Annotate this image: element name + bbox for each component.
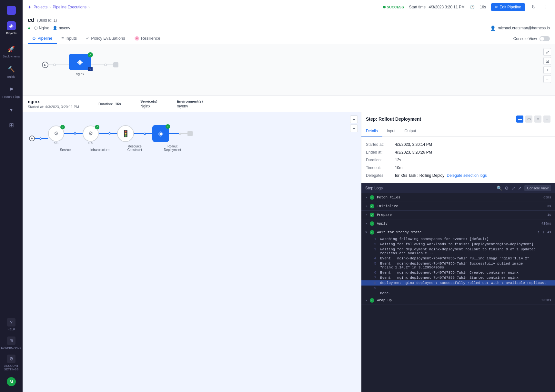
resilience-tab-icon: 🌸	[134, 36, 139, 41]
log-name-wrap-up: Wrap Up	[377, 298, 392, 302]
log-duration-prepare: 1s	[547, 213, 551, 217]
myenv-tag-label: myenv	[59, 26, 70, 30]
sidebar-item-deployments[interactable]: 🚀 Deployments	[0, 41, 23, 62]
log-group-header-wait-steady[interactable]: ∨ ✓ Wait for Steady State ↑ ↓ 4s	[361, 228, 555, 236]
log-line-3: 3 Waiting for deployment nginx-deploymen…	[361, 247, 555, 256]
step-canvas: ▶ ⚙ ✓ ↻↻	[23, 112, 361, 392]
log-text-3: Waiting for deployment nginx-deployment …	[380, 247, 551, 255]
log-line-6: 6 Event : nginx-deployment-7b497d7855-7w…	[361, 270, 555, 275]
build-id: (Build Id: 1)	[37, 18, 57, 23]
execution-status-badge: SUCCESS	[383, 5, 404, 9]
step-zoom-out-button[interactable]: −	[350, 125, 358, 132]
step-details: Started at: 4/3/2023, 3:20:14 PM Ended a…	[361, 137, 555, 183]
step-tab-details[interactable]: Details	[361, 126, 382, 136]
log-group-left-apply: › ✓ Apply	[365, 221, 388, 226]
delegates-link[interactable]: Delegate selection logs	[447, 173, 487, 178]
expand-log-button[interactable]: ⤢	[511, 186, 515, 191]
settings-log-button[interactable]: ⚙	[505, 186, 509, 191]
tab-resilience[interactable]: 🌸 Resilience	[130, 33, 165, 44]
logs-header: Step Logs 🔍 ⚙ ⤢ ↗ Console View	[361, 183, 555, 193]
view-mode-btn-1[interactable]: ▬	[516, 116, 523, 123]
step-node-service: ⚙ ✓ ↻↻ Service	[48, 126, 83, 152]
sidebar-item-builds[interactable]: 🔨 Builds	[0, 62, 23, 82]
detail-row-timeout: Timeout: 10m	[366, 164, 550, 172]
view-mode-btn-2[interactable]: ▭	[525, 116, 532, 123]
feature-flags-icon: ⚑	[7, 85, 16, 94]
sidebar-item-user-avatar[interactable]: M	[0, 374, 23, 389]
console-view-log-button[interactable]: Console View	[524, 185, 551, 191]
log-group-initialize: › ✓ Initialize 3s	[361, 202, 555, 211]
success-apply: ✓	[370, 221, 374, 226]
breadcrumb-pipeline-executions[interactable]: Pipeline Executions	[53, 5, 86, 9]
user-avatar: M	[7, 377, 16, 386]
fullscreen-button[interactable]: ⤢	[543, 48, 551, 56]
logs-content: › ✓ Fetch Files 65ms ›	[361, 193, 555, 392]
step-box-resource-constraint[interactable]: 🚦	[117, 125, 134, 142]
scroll-up-btn[interactable]: ↑	[538, 230, 540, 235]
sidebar-item-more[interactable]: ▾	[0, 102, 23, 117]
chevron-initialize: ›	[365, 205, 367, 208]
log-group-header-wrap-up[interactable]: › ✓ Wrap Up 385ms	[361, 296, 555, 305]
success-wait-steady: ✓	[370, 230, 374, 235]
breadcrumb-projects[interactable]: Projects	[34, 5, 47, 9]
close-panel-button[interactable]: −	[543, 116, 550, 123]
stage-nginx[interactable]: ◈ ✓ ↻ nginx	[69, 54, 91, 76]
tab-inputs[interactable]: ≡ Inputs	[57, 33, 81, 44]
step-label-resource-constraint: Resource Constraint	[123, 145, 147, 152]
zoom-in-button[interactable]: +	[543, 66, 551, 74]
scroll-down-btn[interactable]: ↓	[542, 230, 545, 235]
step-box-infrastructure[interactable]: ⚙ ✓ ↻↻	[83, 126, 99, 142]
tab-pipeline[interactable]: ⊙ Pipeline	[28, 33, 57, 44]
rollout-success-badge: ✓	[166, 124, 170, 129]
sidebar-label-dashboards: DASHBOARDS	[1, 346, 21, 350]
log-group-header-prepare[interactable]: › ✓ Prepare 1s	[361, 211, 555, 219]
start-time-label: Start time 4/3/2023 3:20:11 PM	[409, 5, 465, 9]
right-panel: Step: Rollout Deployment ▬ ▭ ≡ − Details…	[361, 112, 555, 392]
nginx-duration: Duration: 16s	[98, 102, 121, 106]
pipeline-meta: ● ⬡ Nginx 👤 myenv 👤 michael.cretzman@har…	[28, 25, 550, 31]
log-group-header-apply[interactable]: › ✓ Apply 419ms	[361, 219, 555, 228]
sidebar-item-grid[interactable]: ⊞	[0, 117, 23, 133]
edit-pipeline-button[interactable]: ✏ Edit Pipeline	[491, 3, 525, 11]
service-label: Service(s)	[140, 99, 157, 103]
sidebar-label-account-settings: ACCOUNT SETTINGS	[0, 364, 23, 371]
log-duration-apply: 419ms	[541, 222, 551, 226]
sidebar-item-home[interactable]: ✦	[0, 3, 23, 18]
step-zoom-in-button[interactable]: +	[350, 116, 358, 123]
step-box-rollout[interactable]: ◈ ✓	[152, 125, 169, 142]
sidebar-item-feature-flags[interactable]: ⚑ Feature Flags	[0, 82, 23, 102]
sidebar-divider-1	[5, 40, 18, 40]
view-mode-btn-3[interactable]: ≡	[534, 116, 541, 123]
log-group-header-initialize[interactable]: › ✓ Initialize 3s	[361, 202, 555, 210]
log-text-10: Done.	[380, 291, 391, 295]
step-box-service[interactable]: ⚙ ✓ ↻↻	[48, 126, 64, 142]
duration-value: 16s	[480, 5, 486, 9]
log-num-1: 1	[372, 237, 376, 241]
step-tab-input[interactable]: Input	[382, 126, 400, 136]
sidebar-item-account-settings[interactable]: ⚙ ACCOUNT SETTINGS	[0, 352, 23, 374]
sidebar-item-projects[interactable]: ◈ Projects	[0, 18, 23, 38]
console-view-toggle: Console View	[513, 36, 550, 41]
sidebar-item-help[interactable]: ? HELP	[0, 316, 23, 334]
fit-button[interactable]: ⊡	[543, 57, 551, 65]
zoom-out-button[interactable]: −	[543, 75, 551, 83]
rollout-end-box	[187, 131, 193, 136]
tab-policy-evaluations[interactable]: ✓ Policy Evaluations	[81, 33, 130, 44]
external-link-log-button[interactable]: ↗	[518, 186, 522, 191]
log-group-header-fetch-files[interactable]: › ✓ Fetch Files 65ms	[361, 193, 555, 202]
pipeline-tabs: ⊙ Pipeline ≡ Inputs ✓ Policy Evaluations…	[28, 33, 165, 44]
log-num-4: 4	[372, 256, 376, 260]
refresh-button[interactable]: ↻	[530, 3, 537, 11]
stage-box-nginx[interactable]: ◈ ✓ ↻	[69, 54, 91, 70]
projects-icon: ◈	[7, 21, 16, 30]
log-group-fetch-files: › ✓ Fetch Files 65ms	[361, 193, 555, 202]
log-name-fetch-files: Fetch Files	[377, 196, 400, 199]
sidebar-item-dashboards[interactable]: ⊞ DASHBOARDS	[0, 334, 23, 352]
more-options-button[interactable]: ⋮	[542, 3, 550, 11]
step-success-service: ✓	[60, 125, 65, 129]
step-tab-output[interactable]: Output	[400, 126, 420, 136]
console-view-toggle-switch[interactable]	[540, 36, 550, 41]
search-log-button[interactable]: 🔍	[497, 186, 502, 191]
log-line-8: 8 deployment nginx-deployment successful…	[361, 280, 555, 286]
stage-end-connectors	[91, 62, 118, 67]
